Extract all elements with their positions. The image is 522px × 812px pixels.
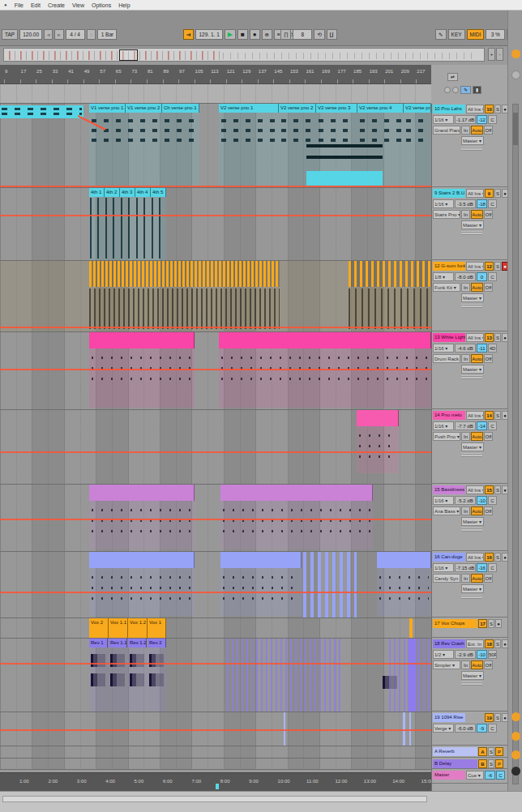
solo-button[interactable]: S [494, 189, 501, 198]
track-lane-9[interactable]: 4th 14th 24th 34th 44th 5 [0, 188, 431, 261]
clip[interactable]: Rev 1.1 [109, 639, 127, 712]
output-chooser[interactable]: Master ▾ [461, 584, 484, 593]
volume-slider-value[interactable]: -10 [477, 650, 487, 659]
monitor-auto[interactable]: Auto [471, 126, 483, 135]
monitor-auto[interactable]: Auto [471, 283, 483, 292]
volume-field[interactable]: -7.15 dB [455, 563, 476, 572]
track-activator[interactable]: 9 [485, 189, 494, 198]
device-chooser[interactable]: Ana Bass ▾ [433, 506, 460, 515]
clip[interactable] [219, 332, 431, 409]
monitor-in[interactable]: In [461, 574, 470, 583]
track-activator[interactable]: 12 [485, 262, 494, 271]
punch-in-toggle[interactable]: ∏ [280, 29, 291, 40]
master-volume[interactable]: -6 [485, 771, 495, 780]
automation-line[interactable] [0, 327, 431, 328]
clip[interactable]: Vox 2 [89, 618, 109, 638]
return-activator[interactable]: A [478, 747, 487, 756]
scrub-area[interactable] [0, 84, 431, 104]
clip[interactable] [227, 639, 340, 712]
solo-button[interactable]: S [494, 411, 501, 420]
input-chooser[interactable]: All Ins ▾ [466, 553, 484, 562]
track-name[interactable]: 19 1094 Rise [433, 713, 465, 722]
clip[interactable]: 4th 3 [120, 188, 135, 260]
clip[interactable]: 4th 2 [105, 188, 120, 260]
solo-button[interactable]: S [494, 639, 501, 648]
clip[interactable]: 4th 4 [135, 188, 151, 260]
clip[interactable] [377, 552, 431, 618]
clip[interactable] [89, 485, 195, 551]
menu-item-options[interactable]: Options [92, 2, 111, 8]
arrangement-position-field[interactable]: 129. 1. 1 [195, 29, 222, 40]
nudge-up-button[interactable]: ▹ [54, 29, 63, 40]
volume-field[interactable]: -3.5 dB [455, 199, 476, 208]
draw-pencil-button[interactable]: ✎ [460, 86, 471, 94]
tempo-field[interactable]: 120.00 [19, 29, 42, 40]
crossfade-a-badge[interactable] [511, 712, 520, 721]
pan-knob[interactable]: C [488, 272, 497, 281]
monitor-auto[interactable]: Auto [471, 210, 483, 219]
automation-line[interactable] [0, 592, 431, 593]
sub-chooser[interactable]: 1/2 ▾ [433, 650, 454, 659]
track-name[interactable]: 16 Can-doge [433, 553, 465, 562]
clip[interactable]: Vox 1.1 [109, 618, 128, 638]
pan-knob[interactable]: C [488, 199, 497, 208]
stop-button[interactable]: ■ [237, 29, 248, 40]
automation-line[interactable] [0, 729, 431, 731]
help-badge[interactable] [511, 71, 520, 79]
track-lane-16[interactable] [0, 552, 431, 618]
pre-post-toggle[interactable]: P [495, 747, 503, 756]
monitor-in[interactable]: In [461, 126, 470, 135]
clip[interactable] [220, 485, 373, 551]
track-activator[interactable]: 18 [485, 639, 494, 648]
clip[interactable]: V1 verse pno 2 [126, 104, 162, 187]
track-activator[interactable]: 14 [485, 411, 494, 420]
track-lane-13[interactable] [0, 332, 431, 410]
clip[interactable] [408, 639, 417, 712]
overview-zoom-selection[interactable] [119, 49, 138, 61]
notification-badge[interactable] [511, 49, 520, 58]
clip[interactable] [89, 261, 280, 331]
input-chooser[interactable]: All Ins ▾ [466, 262, 484, 271]
vertical-scrollbar-thumb[interactable] [513, 113, 518, 145]
monitor-auto[interactable]: Auto [471, 574, 483, 583]
clip[interactable]: Vox 1.2 [128, 618, 148, 638]
clip[interactable]: Rev 1 [89, 639, 108, 712]
volume-field[interactable]: -1.17 dB [455, 115, 476, 124]
clip[interactable]: 4th 1 [89, 188, 105, 260]
monitor-in[interactable]: In [461, 432, 470, 441]
io-show-button[interactable]: ⇄ [447, 73, 458, 81]
pan-knob[interactable]: 4D [488, 344, 497, 353]
nudge-down-button[interactable]: ◃ [44, 29, 53, 40]
monitor-in[interactable]: In [461, 210, 470, 219]
pan-knob[interactable]: C [488, 496, 497, 505]
monitor-off[interactable]: Off [484, 283, 493, 292]
monitor-in[interactable]: In [461, 506, 470, 515]
output-chooser[interactable]: Master ▾ [461, 442, 484, 451]
tap-tempo-button[interactable]: TAP [2, 29, 18, 40]
monitor-off[interactable]: Off [484, 354, 493, 363]
input-chooser[interactable]: All Ins ▾ [466, 485, 484, 494]
clip[interactable] [89, 552, 195, 618]
volume-slider-value[interactable]: 0 [477, 272, 487, 281]
monitor-auto[interactable]: Auto [471, 660, 483, 669]
sub-chooser[interactable]: 1/16 ▾ [433, 563, 454, 572]
menu-item-file[interactable]: File [15, 2, 24, 8]
volume-slider-value[interactable]: -16 [477, 563, 487, 572]
volume-slider-value[interactable]: -18 [477, 199, 487, 208]
monitor-off[interactable]: Off [484, 506, 493, 515]
monitor-off[interactable]: Off [484, 210, 493, 219]
pan-knob[interactable]: C [488, 115, 497, 124]
clip[interactable]: Rev 1.2 [128, 639, 147, 712]
menu-item-help[interactable]: Help [118, 2, 130, 8]
clip[interactable] [357, 410, 399, 484]
solo-button[interactable]: S [494, 105, 501, 113]
solo-button[interactable]: S [488, 759, 494, 768]
loop-toggle[interactable]: ⟲ [314, 29, 324, 40]
device-chooser[interactable]: Drum Rack ▾ [433, 354, 460, 363]
output-chooser[interactable]: Master ▾ [461, 136, 484, 145]
track-name[interactable]: B Delay [433, 759, 477, 768]
input-chooser[interactable]: All Ins ▾ [466, 411, 484, 420]
track-name[interactable]: 10 Pno Lahs [433, 105, 465, 113]
output-chooser[interactable]: Master ▾ [461, 517, 484, 526]
volume-slider-value[interactable]: -10 [477, 496, 487, 505]
